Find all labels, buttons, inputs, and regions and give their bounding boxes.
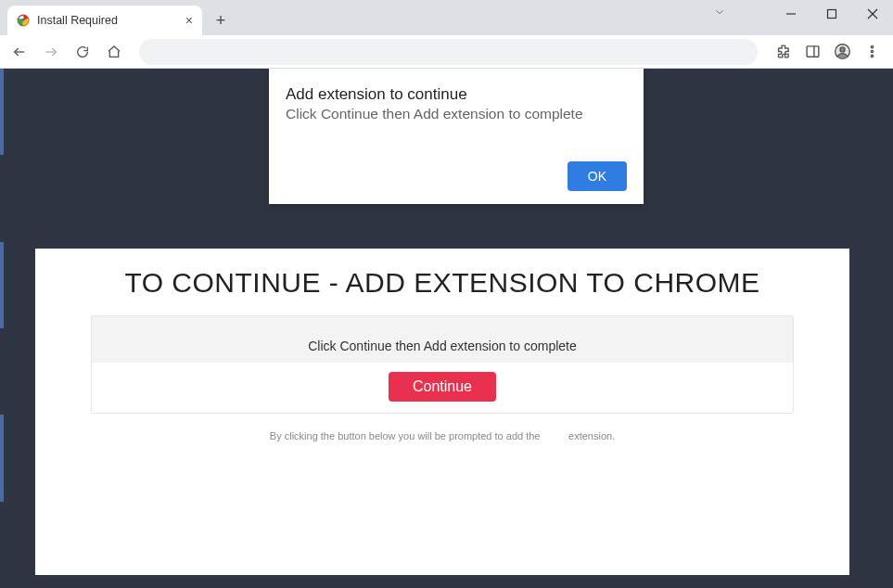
svg-rect-8: [807, 46, 819, 57]
continue-button[interactable]: Continue: [389, 372, 496, 402]
back-button[interactable]: [6, 38, 33, 66]
alert-dialog: Add extension to continue Click Continue…: [269, 69, 644, 204]
side-panel-icon[interactable]: [798, 38, 826, 66]
extensions-icon[interactable]: [769, 38, 797, 66]
browser-tab[interactable]: Install Required ×: [7, 6, 202, 35]
svg-rect-3: [828, 10, 836, 19]
tab-search-chevron-icon[interactable]: [713, 6, 726, 22]
close-window-button[interactable]: [852, 0, 893, 28]
window-controls: [771, 0, 893, 28]
page-heading: TO CONTINUE - ADD EXTENSION TO CHROME: [91, 267, 794, 299]
address-bar[interactable]: [139, 39, 758, 65]
svg-point-11: [840, 47, 845, 52]
dialog-subtitle: Click Continue then Add extension to com…: [286, 106, 627, 122]
titlebar: Install Required × +: [0, 0, 893, 35]
instruction-panel: Click Continue then Add extension to com…: [91, 315, 794, 414]
favicon-icon: [17, 14, 30, 27]
footnote: By clicking the button below you will be…: [91, 430, 794, 441]
svg-point-12: [871, 45, 873, 47]
left-stripe: [0, 69, 4, 588]
reload-button[interactable]: [69, 38, 96, 66]
toolbar: [0, 35, 893, 69]
menu-icon[interactable]: [858, 38, 886, 66]
tab-close-icon[interactable]: ×: [185, 13, 193, 28]
instruction-text: Click Continue then Add extension to com…: [92, 316, 793, 363]
tab-title: Install Required: [37, 14, 178, 27]
forward-button[interactable]: [37, 38, 65, 66]
dialog-title: Add extension to continue: [286, 85, 627, 104]
page-content: Add extension to continue Click Continue…: [0, 69, 893, 588]
home-button[interactable]: [100, 38, 128, 66]
profile-icon[interactable]: [828, 38, 856, 66]
main-card: TO CONTINUE - ADD EXTENSION TO CHROME Cl…: [35, 249, 849, 575]
svg-point-14: [871, 55, 873, 57]
dialog-ok-button[interactable]: OK: [568, 161, 627, 191]
minimize-button[interactable]: [771, 0, 811, 28]
new-tab-button[interactable]: +: [208, 7, 234, 33]
svg-point-13: [871, 50, 873, 52]
maximize-button[interactable]: [811, 0, 852, 28]
